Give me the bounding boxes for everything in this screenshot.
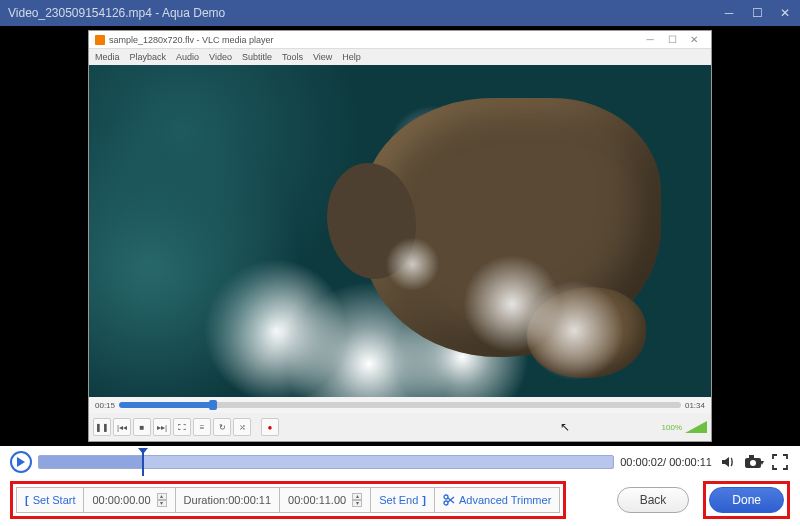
vlc-fullscreen-icon[interactable]: ⛶ [173, 418, 191, 436]
svg-point-4 [444, 495, 448, 499]
vlc-title-text: sample_1280x720.flv - VLC media player [109, 35, 274, 45]
vlc-minimize-icon[interactable]: ─ [639, 34, 661, 45]
set-end-button[interactable]: Set End ] [371, 487, 435, 513]
progress-bar[interactable] [38, 455, 614, 469]
volume-icon[interactable] [718, 452, 738, 472]
vlc-track[interactable] [119, 402, 681, 408]
vlc-prev-icon[interactable]: |◂◂ [113, 418, 131, 436]
playback-time: 00:00:02/ 00:00:11 [620, 456, 712, 468]
chevron-down-icon[interactable]: ▾ [157, 500, 167, 507]
set-start-button[interactable]: [ Set Start [16, 487, 84, 513]
advanced-trimmer-button[interactable]: Advanced Trimmer [435, 487, 560, 513]
back-button[interactable]: Back [617, 487, 690, 513]
bottom-control-strip: 00:00:02/ 00:00:11 ▾ [ Set Start 00:00:0… [0, 446, 800, 526]
vlc-video-canvas [89, 65, 711, 397]
chevron-up-icon[interactable]: ▴ [352, 493, 362, 500]
vlc-next-icon[interactable]: ▸▸| [153, 418, 171, 436]
minimize-button[interactable]: ─ [722, 6, 736, 20]
vlc-menu-item[interactable]: Audio [176, 52, 199, 62]
duration-display: Duration:00:00:11 [176, 487, 280, 513]
vlc-menu-item[interactable]: View [313, 52, 332, 62]
chevron-up-icon[interactable]: ▴ [157, 493, 167, 500]
vlc-menu-item[interactable]: Subtitle [242, 52, 272, 62]
vlc-menu-item[interactable]: Tools [282, 52, 303, 62]
vlc-titlebar: sample_1280x720.flv - VLC media player ─… [89, 31, 711, 49]
vlc-record-icon[interactable]: ● [261, 418, 279, 436]
vlc-menubar: Media Playback Audio Video Subtitle Tool… [89, 49, 711, 65]
vlc-menu-item[interactable]: Video [209, 52, 232, 62]
end-time-field[interactable]: 00:00:11.00 ▴▾ [280, 487, 371, 513]
vlc-volume-icon[interactable] [685, 421, 707, 433]
trim-controls-highlight: [ Set Start 00:00:00.00 ▴▾ Duration:00:0… [10, 481, 566, 519]
vlc-loop-icon[interactable]: ↻ [213, 418, 231, 436]
vlc-time-current: 00:15 [95, 401, 115, 410]
chevron-down-icon[interactable]: ▾ [352, 500, 362, 507]
embedded-vlc-window: sample_1280x720.flv - VLC media player ─… [88, 30, 712, 442]
vlc-menu-item[interactable]: Playback [130, 52, 167, 62]
vlc-playlist-icon[interactable]: ≡ [193, 418, 211, 436]
progress-handle[interactable] [142, 450, 144, 476]
vlc-shuffle-icon[interactable]: ⤭ [233, 418, 251, 436]
vlc-menu-item[interactable]: Help [342, 52, 361, 62]
vlc-cone-icon [95, 35, 105, 45]
svg-point-2 [750, 460, 756, 466]
done-button[interactable]: Done [709, 487, 784, 513]
titlebar: Video_230509154126.mp4 - Aqua Demo ─ ☐ ✕ [0, 0, 800, 26]
done-button-highlight: Done [703, 481, 790, 519]
svg-marker-0 [17, 457, 25, 467]
vlc-volume-percent: 100% [662, 423, 682, 432]
vlc-pause-icon[interactable]: ❚❚ [93, 418, 111, 436]
play-button[interactable] [10, 451, 32, 473]
svg-rect-3 [749, 455, 754, 458]
window-title: Video_230509154126.mp4 - Aqua Demo [8, 6, 722, 20]
vlc-controls: ❚❚ |◂◂ ■ ▸▸| ⛶ ≡ ↻ ⤭ ● 100% [89, 413, 711, 441]
start-time-field[interactable]: 00:00:00.00 ▴▾ [84, 487, 175, 513]
vlc-menu-item[interactable]: Media [95, 52, 120, 62]
snapshot-icon[interactable]: ▾ [744, 452, 764, 472]
vlc-maximize-icon[interactable]: ☐ [661, 34, 683, 45]
svg-point-5 [444, 501, 448, 505]
vlc-stop-icon[interactable]: ■ [133, 418, 151, 436]
maximize-button[interactable]: ☐ [750, 6, 764, 20]
close-button[interactable]: ✕ [778, 6, 792, 20]
fullscreen-icon[interactable] [770, 452, 790, 472]
vlc-seekbar[interactable]: 00:15 01:34 [89, 397, 711, 413]
scissors-icon [443, 494, 455, 506]
vlc-time-total: 01:34 [685, 401, 705, 410]
vlc-close-icon[interactable]: ✕ [683, 34, 705, 45]
video-preview-area: sample_1280x720.flv - VLC media player ─… [0, 26, 800, 446]
